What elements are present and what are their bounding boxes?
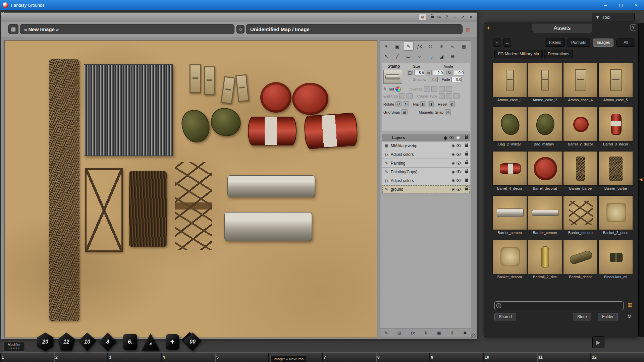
pin-burst-icon[interactable]: ✦ xyxy=(486,25,491,31)
window-close-icon[interactable]: ✕ xyxy=(467,14,475,20)
map-stamp-cheval-de-frise[interactable] xyxy=(175,162,212,250)
shortcuts-icon[interactable]: «» xyxy=(435,14,442,20)
radial-menu-tool-icon[interactable]: ✴ xyxy=(381,42,391,51)
tool-dropdown-button[interactable]: ▼ Tool xyxy=(592,13,635,21)
asset-tile[interactable]: Ammo_case_4 xyxy=(563,63,598,106)
eraser-tool-icon[interactable]: ◪ xyxy=(436,52,447,61)
stamp-height-input[interactable] xyxy=(433,70,443,75)
lock-icon[interactable] xyxy=(427,14,434,20)
d8-die[interactable]: 8 xyxy=(99,333,117,351)
map-stamp-concrete-barrier[interactable] xyxy=(224,212,312,241)
eye-icon[interactable] xyxy=(457,179,461,182)
tab-images[interactable]: Images xyxy=(593,39,613,47)
circle-tool-icon[interactable]: ○ xyxy=(414,52,425,61)
lock-icon[interactable] xyxy=(465,179,468,182)
export-layer-icon[interactable]: ⇑ xyxy=(450,330,454,336)
asset-tile[interactable]: Bedroll_2_dec xyxy=(528,240,562,283)
rectangle-tool-icon[interactable]: ▭ xyxy=(403,52,414,61)
asset-tile[interactable]: Barrel_decorat xyxy=(528,151,562,194)
d100-die[interactable]: 00 xyxy=(183,333,202,351)
player-vision-icon[interactable]: ◉ xyxy=(451,161,455,165)
effects-tool-icon[interactable]: ƒx xyxy=(414,42,425,51)
d20-die[interactable]: 20 xyxy=(36,333,54,351)
map-stamp-knife-rest[interactable] xyxy=(85,168,123,252)
eye-icon[interactable] xyxy=(457,162,461,165)
layer-row-adjust-colors[interactable]: ƒx Adjust colors ◉ xyxy=(382,150,470,159)
hotkey-slot[interactable]: 8 xyxy=(376,353,429,362)
d12-die[interactable]: 12 xyxy=(57,333,75,351)
duplicate-layer-icon[interactable]: ▣ xyxy=(437,330,441,336)
eye-icon[interactable] xyxy=(457,153,461,156)
delete-layer-icon[interactable]: ✖ xyxy=(463,330,467,336)
pattern-tool-icon[interactable]: ∷ xyxy=(425,42,436,51)
custom-roll-button[interactable]: + xyxy=(163,333,181,351)
grid-tool-icon[interactable]: ▦ xyxy=(459,42,469,51)
asset-tile[interactable]: Bag_military_ xyxy=(528,107,562,150)
home-icon[interactable]: ⌂ xyxy=(493,39,501,47)
tab-portraits[interactable]: Portraits xyxy=(568,39,590,47)
lock-all-icon[interactable] xyxy=(465,136,468,139)
shared-button[interactable]: Shared xyxy=(494,313,516,320)
image-category-field[interactable]: Unidentified Map / Image xyxy=(246,24,463,34)
asset-tile[interactable]: Basket_2_deco xyxy=(598,195,633,239)
map-stamp-barrel-top[interactable] xyxy=(260,82,291,113)
player-vision-icon[interactable]: ◉ xyxy=(451,187,455,191)
layer-row-ground[interactable]: ✎ ground ◉ xyxy=(382,185,470,194)
add-effect-layer-icon[interactable]: ƒx xyxy=(410,330,415,336)
layer-row-mmilitary[interactable]: ▦ MMilitary.webp ◉ xyxy=(382,141,470,150)
map-stamp-barrel-top[interactable] xyxy=(292,83,328,115)
map-stamp-duffel-bag[interactable] xyxy=(178,107,213,145)
rotate-cw-icon[interactable]: ↻ xyxy=(403,101,409,107)
flip-vertical-icon[interactable]: ◨ xyxy=(428,101,434,107)
store-button[interactable]: Store xyxy=(573,313,591,320)
map-stamp-concrete-barrier[interactable] xyxy=(227,175,315,197)
refresh-icon[interactable]: ↻ xyxy=(627,313,632,319)
folder-button[interactable]: Folder xyxy=(598,313,618,320)
stamp-angle-input[interactable] xyxy=(454,70,464,75)
asset-tile[interactable]: Bedroll_decor xyxy=(563,240,598,283)
maximize-button[interactable]: ▢ xyxy=(613,0,629,10)
layer-row-adjust-colors-2[interactable]: ƒx Adjust colors ◉ xyxy=(382,176,470,185)
reset-icon[interactable]: ⊗ xyxy=(449,101,455,107)
paint-tool-icon[interactable]: ✎ xyxy=(403,42,414,51)
asset-tile[interactable]: Ammo_case_5 xyxy=(598,63,633,106)
map-stamp-ammo-crate[interactable] xyxy=(204,66,215,95)
asset-tile[interactable]: Barrier_cemen xyxy=(528,195,562,239)
breadcrumb-module[interactable]: FG Modern Military Ma xyxy=(494,50,543,58)
map-stamp-ammo-crate[interactable] xyxy=(190,64,201,93)
lighting-tool-icon[interactable]: ☀ xyxy=(436,42,447,51)
line-tool-icon[interactable]: ╱ xyxy=(392,52,402,61)
hotkey-slot[interactable]: 11 xyxy=(537,353,590,362)
asset-tile[interactable]: Barrier_cemen xyxy=(492,195,527,239)
mask-toggle-icon[interactable]: ☺ xyxy=(236,25,245,34)
asset-tile[interactable]: Basket_decora xyxy=(492,240,527,283)
collapse-arrow-icon[interactable]: ◀ xyxy=(639,177,642,182)
asset-search-input[interactable] xyxy=(494,301,624,310)
d4-die[interactable]: 4 xyxy=(142,333,160,351)
hotkey-slot[interactable]: 7 xyxy=(322,353,376,362)
grid-view-icon[interactable]: ▦ xyxy=(628,302,632,308)
modifier-box[interactable]: Modifier xyxy=(3,342,25,352)
pointer-tool-icon[interactable]: ↖ xyxy=(381,52,391,61)
stamp-preview[interactable] xyxy=(383,70,402,84)
map-stamp-duffel-bag[interactable] xyxy=(209,106,243,138)
hotkey-slot[interactable]: 10 xyxy=(483,353,537,362)
asset-tile[interactable]: Ammo_case_2 xyxy=(528,63,562,106)
back-icon[interactable]: ← xyxy=(503,39,511,47)
help-icon[interactable]: ? xyxy=(443,14,450,20)
layer-row-painting-copy[interactable]: ✎ Painting(Copy) ◉ xyxy=(382,168,470,176)
angle-rotate-icon[interactable]: ↻ xyxy=(446,70,452,75)
player-vision-icon[interactable]: ◉ xyxy=(451,143,455,148)
map-stamp-wicker-barrier[interactable] xyxy=(129,171,167,247)
flip-horizontal-icon[interactable]: ◧ xyxy=(420,101,426,107)
asset-tile[interactable]: Barrier_decora xyxy=(563,195,598,239)
lock-icon[interactable] xyxy=(465,144,468,147)
scale-icon[interactable]: ◱ xyxy=(407,70,413,75)
map-stamp-ammo-crate[interactable] xyxy=(235,74,249,102)
add-layer-group-icon[interactable]: ⊞ xyxy=(397,330,401,336)
assets-help-icon[interactable]: ? xyxy=(630,24,636,31)
add-paint-layer-icon[interactable]: ✎ xyxy=(384,330,388,336)
map-canvas[interactable] xyxy=(4,40,377,338)
player-vision-icon[interactable]: ◉ xyxy=(451,170,455,174)
hotkey-slot[interactable]: 1 xyxy=(0,353,54,362)
